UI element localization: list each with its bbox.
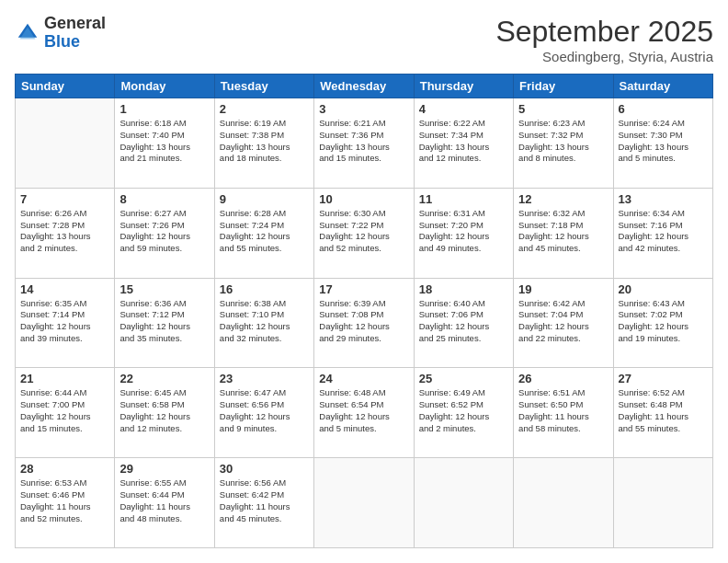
day-number: 19 — [518, 282, 608, 296]
day-number: 2 — [220, 102, 309, 116]
calendar-cell: 12Sunrise: 6:32 AMSunset: 7:18 PMDayligh… — [514, 188, 613, 278]
calendar-cell — [514, 458, 613, 548]
calendar-cell: 1Sunrise: 6:18 AMSunset: 7:40 PMDaylight… — [115, 98, 214, 189]
week-row-4: 28Sunrise: 6:53 AMSunset: 6:46 PMDayligh… — [16, 458, 713, 548]
day-number: 29 — [119, 462, 209, 476]
day-info: Sunrise: 6:23 AMSunset: 7:32 PMDaylight:… — [518, 118, 608, 165]
calendar-cell: 28Sunrise: 6:53 AMSunset: 6:46 PMDayligh… — [16, 458, 115, 548]
day-info: Sunrise: 6:47 AMSunset: 6:56 PMDaylight:… — [220, 387, 309, 434]
day-info: Sunrise: 6:19 AMSunset: 7:38 PMDaylight:… — [220, 118, 309, 165]
day-info: Sunrise: 6:53 AMSunset: 6:46 PMDaylight:… — [20, 477, 109, 524]
day-number: 13 — [619, 192, 708, 206]
day-number: 18 — [419, 282, 508, 296]
day-number: 23 — [220, 372, 309, 385]
logo-icon — [15, 20, 40, 46]
day-header-thursday: Thursday — [414, 75, 513, 98]
calendar-cell: 17Sunrise: 6:39 AMSunset: 7:08 PMDayligh… — [314, 278, 414, 368]
calendar-cell: 19Sunrise: 6:42 AMSunset: 7:04 PMDayligh… — [514, 278, 613, 368]
day-number: 25 — [419, 372, 508, 385]
calendar-table: SundayMondayTuesdayWednesdayThursdayFrid… — [15, 74, 713, 548]
header: General Blue September 2025 Soedingberg,… — [15, 15, 713, 64]
day-info: Sunrise: 6:49 AMSunset: 6:52 PMDaylight:… — [419, 387, 508, 434]
day-number: 14 — [20, 282, 109, 296]
day-info: Sunrise: 6:32 AMSunset: 7:18 PMDaylight:… — [518, 208, 608, 255]
day-info: Sunrise: 6:43 AMSunset: 7:02 PMDaylight:… — [619, 298, 708, 345]
day-header-friday: Friday — [514, 75, 613, 98]
day-info: Sunrise: 6:27 AMSunset: 7:26 PMDaylight:… — [119, 208, 209, 255]
day-number: 30 — [220, 462, 309, 476]
day-number: 27 — [619, 372, 708, 385]
day-number: 20 — [619, 282, 708, 296]
day-info: Sunrise: 6:48 AMSunset: 6:54 PMDaylight:… — [319, 387, 408, 434]
calendar-cell — [414, 458, 513, 548]
day-header-sunday: Sunday — [16, 75, 115, 98]
calendar-cell — [314, 458, 414, 548]
day-number: 8 — [119, 192, 209, 206]
day-number: 7 — [20, 192, 109, 206]
day-number: 5 — [518, 102, 608, 116]
calendar-cell: 29Sunrise: 6:55 AMSunset: 6:44 PMDayligh… — [115, 458, 214, 548]
day-header-tuesday: Tuesday — [214, 75, 313, 98]
calendar-cell: 7Sunrise: 6:26 AMSunset: 7:28 PMDaylight… — [16, 188, 115, 278]
day-info: Sunrise: 6:30 AMSunset: 7:22 PMDaylight:… — [319, 208, 408, 255]
day-number: 10 — [319, 192, 408, 206]
day-info: Sunrise: 6:51 AMSunset: 6:50 PMDaylight:… — [518, 387, 608, 434]
calendar-cell: 22Sunrise: 6:45 AMSunset: 6:58 PMDayligh… — [115, 368, 214, 458]
day-number: 1 — [119, 102, 209, 116]
header-row: SundayMondayTuesdayWednesdayThursdayFrid… — [16, 75, 713, 98]
calendar-cell: 21Sunrise: 6:44 AMSunset: 7:00 PMDayligh… — [16, 368, 115, 458]
calendar-cell: 24Sunrise: 6:48 AMSunset: 6:54 PMDayligh… — [314, 368, 414, 458]
logo: General Blue — [15, 15, 106, 52]
day-info: Sunrise: 6:45 AMSunset: 6:58 PMDaylight:… — [119, 387, 209, 434]
calendar-cell: 30Sunrise: 6:56 AMSunset: 6:42 PMDayligh… — [214, 458, 313, 548]
day-info: Sunrise: 6:35 AMSunset: 7:14 PMDaylight:… — [20, 298, 109, 345]
day-info: Sunrise: 6:56 AMSunset: 6:42 PMDaylight:… — [220, 477, 309, 524]
title-block: September 2025 Soedingberg, Styria, Aust… — [495, 15, 713, 64]
calendar-cell: 3Sunrise: 6:21 AMSunset: 7:36 PMDaylight… — [314, 98, 414, 189]
day-number: 21 — [20, 372, 109, 385]
day-info: Sunrise: 6:22 AMSunset: 7:34 PMDaylight:… — [419, 118, 508, 165]
day-number: 15 — [119, 282, 209, 296]
page: General Blue September 2025 Soedingberg,… — [0, 0, 728, 563]
day-number: 6 — [619, 102, 708, 116]
location-subtitle: Soedingberg, Styria, Austria — [495, 49, 713, 64]
day-number: 9 — [220, 192, 309, 206]
day-number: 12 — [518, 192, 608, 206]
day-number: 28 — [20, 462, 109, 476]
calendar-cell: 27Sunrise: 6:52 AMSunset: 6:48 PMDayligh… — [613, 368, 712, 458]
day-header-wednesday: Wednesday — [314, 75, 414, 98]
calendar-cell: 13Sunrise: 6:34 AMSunset: 7:16 PMDayligh… — [613, 188, 712, 278]
calendar-cell: 6Sunrise: 6:24 AMSunset: 7:30 PMDaylight… — [613, 98, 712, 189]
calendar-cell: 18Sunrise: 6:40 AMSunset: 7:06 PMDayligh… — [414, 278, 513, 368]
day-number: 11 — [419, 192, 508, 206]
week-row-0: 1Sunrise: 6:18 AMSunset: 7:40 PMDaylight… — [16, 98, 713, 189]
day-info: Sunrise: 6:40 AMSunset: 7:06 PMDaylight:… — [419, 298, 508, 345]
day-info: Sunrise: 6:21 AMSunset: 7:36 PMDaylight:… — [319, 118, 408, 165]
calendar-cell: 15Sunrise: 6:36 AMSunset: 7:12 PMDayligh… — [115, 278, 214, 368]
week-row-2: 14Sunrise: 6:35 AMSunset: 7:14 PMDayligh… — [16, 278, 713, 368]
day-number: 3 — [319, 102, 408, 116]
day-info: Sunrise: 6:31 AMSunset: 7:20 PMDaylight:… — [419, 208, 508, 255]
calendar-cell: 4Sunrise: 6:22 AMSunset: 7:34 PMDaylight… — [414, 98, 513, 189]
day-number: 17 — [319, 282, 408, 296]
calendar-cell: 16Sunrise: 6:38 AMSunset: 7:10 PMDayligh… — [214, 278, 313, 368]
calendar-cell: 10Sunrise: 6:30 AMSunset: 7:22 PMDayligh… — [314, 188, 414, 278]
calendar-cell: 11Sunrise: 6:31 AMSunset: 7:20 PMDayligh… — [414, 188, 513, 278]
calendar-cell: 26Sunrise: 6:51 AMSunset: 6:50 PMDayligh… — [514, 368, 613, 458]
day-info: Sunrise: 6:39 AMSunset: 7:08 PMDaylight:… — [319, 298, 408, 345]
day-info: Sunrise: 6:36 AMSunset: 7:12 PMDaylight:… — [119, 298, 209, 345]
day-number: 16 — [220, 282, 309, 296]
calendar-cell: 5Sunrise: 6:23 AMSunset: 7:32 PMDaylight… — [514, 98, 613, 189]
calendar-cell: 2Sunrise: 6:19 AMSunset: 7:38 PMDaylight… — [214, 98, 313, 189]
day-header-monday: Monday — [115, 75, 214, 98]
calendar-cell: 8Sunrise: 6:27 AMSunset: 7:26 PMDaylight… — [115, 188, 214, 278]
day-header-saturday: Saturday — [613, 75, 712, 98]
day-info: Sunrise: 6:44 AMSunset: 7:00 PMDaylight:… — [20, 387, 109, 434]
week-row-1: 7Sunrise: 6:26 AMSunset: 7:28 PMDaylight… — [16, 188, 713, 278]
day-info: Sunrise: 6:18 AMSunset: 7:40 PMDaylight:… — [119, 118, 209, 165]
day-number: 24 — [319, 372, 408, 385]
month-title: September 2025 — [495, 15, 713, 49]
calendar-cell — [613, 458, 712, 548]
day-info: Sunrise: 6:38 AMSunset: 7:10 PMDaylight:… — [220, 298, 309, 345]
day-info: Sunrise: 6:28 AMSunset: 7:24 PMDaylight:… — [220, 208, 309, 255]
